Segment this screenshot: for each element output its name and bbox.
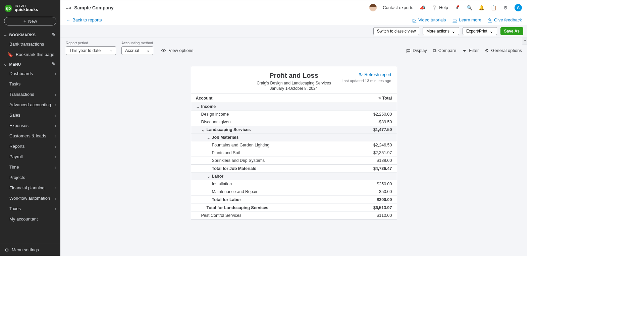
chevron-right-icon: ›: [55, 92, 56, 97]
save-as-button[interactable]: Save As: [500, 27, 523, 35]
row-label: ⌄Income: [196, 104, 365, 109]
table-row[interactable]: Maintenance and Repair$50.00: [191, 188, 397, 196]
table-row[interactable]: ⌄Income: [191, 103, 397, 111]
table-row[interactable]: Discounts given-$89.50: [191, 118, 397, 126]
announcement-icon[interactable]: 📣: [419, 5, 425, 11]
sidebar-item[interactable]: Customers & leads›: [0, 131, 60, 141]
bookmark-this-page[interactable]: 🔖 Bookmark this page: [0, 49, 60, 60]
back-to-reports[interactable]: ← Back to reports: [66, 17, 102, 22]
eye-icon: 👁: [161, 48, 166, 53]
table-row[interactable]: Design income$2,250.00: [191, 111, 397, 118]
chevron-down-icon[interactable]: ⌄: [201, 127, 205, 132]
report-period-label: Report period: [66, 41, 116, 45]
view-options[interactable]: 👁 View options: [161, 48, 193, 55]
user-avatar[interactable]: A: [515, 4, 522, 11]
sidebar: qb INTUIT quickbooks + New ⌄ BOOKMARKS ✎…: [0, 0, 60, 256]
accounting-method-select[interactable]: Accrual: [121, 46, 153, 55]
sidebar-bookmark[interactable]: Bank transactions: [0, 39, 60, 49]
bell-icon[interactable]: 🔔: [478, 5, 484, 11]
gear-icon: ⚙: [5, 248, 9, 252]
chevron-down-icon[interactable]: ⌄: [207, 174, 211, 179]
section-menu[interactable]: ⌄ MENU ✎: [0, 60, 60, 68]
sidebar-item[interactable]: Tasks: [0, 79, 60, 89]
menu-settings[interactable]: ⚙ Menu settings: [0, 244, 60, 256]
sidebar-item[interactable]: Reports›: [0, 141, 60, 151]
sidebar-item[interactable]: Time›: [0, 162, 60, 172]
feedback-icon: ✎: [488, 18, 492, 22]
sidebar-item[interactable]: Expenses›: [0, 120, 60, 131]
table-row[interactable]: Sprinklers and Drip Systems$138.00: [191, 157, 397, 165]
table-row[interactable]: Total for Job Materials$4,736.47: [191, 165, 397, 173]
collapse-controls-tab[interactable]: ⌃: [522, 38, 527, 45]
sidebar-item[interactable]: Transactions›: [0, 89, 60, 100]
topbar: ≡◂ Sample Company Contact experts 📣 ❔ He…: [60, 0, 527, 15]
table-row[interactable]: Pest Control Services$110.00: [191, 212, 397, 219]
sort-icon[interactable]: ⇅: [378, 97, 381, 100]
toolstrip: Switch to classic view More actions⌄ Exp…: [60, 25, 527, 38]
row-label: Sprinklers and Drip Systems: [196, 158, 365, 163]
export-print-button[interactable]: Export/Print⌄: [463, 27, 497, 35]
table-body: ⌄IncomeDesign income$2,250.00Discounts g…: [191, 103, 397, 219]
row-label: Plants and Soil: [196, 150, 365, 155]
table-row[interactable]: ⌄Labor: [191, 173, 397, 180]
apps-icon[interactable]: ⠿: [454, 5, 460, 11]
sidebar-item[interactable]: Payroll›: [0, 151, 60, 162]
help-link[interactable]: ❔ Help: [431, 5, 448, 10]
help-icon: ❔: [431, 5, 437, 10]
refresh-report-link[interactable]: ↻ Refresh report: [359, 72, 391, 77]
sidebar-toggle-icon[interactable]: ≡◂: [66, 5, 71, 10]
pencil-icon[interactable]: ✎: [52, 62, 56, 66]
table-row[interactable]: Total for Labor$300.00: [191, 196, 397, 204]
col-total[interactable]: ⇅ Total: [378, 96, 392, 101]
report-period-select[interactable]: This year to date: [66, 46, 116, 55]
sidebar-item[interactable]: Sales›: [0, 110, 60, 120]
more-actions-button[interactable]: More actions⌄: [423, 27, 459, 35]
pencil-icon[interactable]: ✎: [52, 32, 56, 37]
display-option[interactable]: ▤Display: [406, 48, 427, 53]
row-label: Installation: [196, 182, 365, 186]
search-icon[interactable]: 🔍: [466, 5, 472, 11]
chevron-down-icon[interactable]: ⌄: [207, 135, 211, 140]
table-row[interactable]: ⌄Job Materials: [191, 134, 397, 141]
row-value: $4,736.47: [365, 166, 392, 171]
contact-experts[interactable]: Contact experts: [383, 5, 413, 10]
sidebar-item[interactable]: My accountant: [0, 214, 60, 224]
sidebar-item[interactable]: Dashboards›: [0, 68, 60, 79]
logo[interactable]: qb INTUIT quickbooks: [0, 0, 60, 15]
give-feedback-link[interactable]: ✎Give feedback: [488, 17, 522, 22]
sidebar-item[interactable]: Financial planning›: [0, 183, 60, 193]
report-area: Report period This year to date Accounti…: [60, 38, 527, 256]
table-row[interactable]: Total for Landscaping Services$6,513.97: [191, 204, 397, 212]
table-row[interactable]: ⌄Landscaping Services$1,477.50: [191, 126, 397, 134]
settings-icon[interactable]: ⚙: [502, 5, 508, 11]
main: ≡◂ Sample Company Contact experts 📣 ❔ He…: [60, 0, 527, 256]
filter-option[interactable]: ⏷Filter: [462, 48, 479, 53]
clipboard-icon[interactable]: 📋: [490, 5, 496, 11]
chevron-down-icon[interactable]: ⌄: [196, 104, 200, 109]
chevron-down-icon: ⌄: [489, 29, 493, 34]
table-row[interactable]: Plants and Soil$2,351.97: [191, 149, 397, 157]
arrow-left-icon: ←: [66, 18, 70, 22]
col-account[interactable]: Account: [196, 96, 378, 101]
display-icon: ▤: [406, 48, 411, 53]
expert-avatar-icon: [369, 4, 377, 11]
learn-more-link[interactable]: ▭Learn more: [452, 17, 481, 22]
row-label: Total for Landscaping Services: [196, 205, 365, 210]
table-row[interactable]: Fountains and Garden Lighting$2,246.50: [191, 141, 397, 149]
general-options[interactable]: ⚙General options: [485, 48, 522, 53]
filter-icon: ⏷: [462, 48, 467, 53]
sidebar-item[interactable]: Projects: [0, 172, 60, 183]
section-bookmarks[interactable]: ⌄ BOOKMARKS ✎: [0, 30, 60, 39]
sidebar-item[interactable]: Taxes›: [0, 203, 60, 214]
new-button[interactable]: + New: [4, 17, 56, 25]
book-icon: ▭: [452, 18, 457, 22]
row-value: -$89.50: [365, 120, 392, 124]
sidebar-item[interactable]: Workflow automation›: [0, 193, 60, 203]
chevron-right-icon: ›: [55, 134, 56, 138]
row-label: ⌄Labor: [196, 174, 365, 179]
sidebar-item[interactable]: Advanced accounting›: [0, 100, 60, 110]
table-row[interactable]: Installation$250.00: [191, 180, 397, 188]
switch-classic-button[interactable]: Switch to classic view: [373, 27, 419, 35]
compare-option[interactable]: ⧉Compare: [433, 48, 456, 53]
video-tutorials-link[interactable]: ▷Video tutorials: [413, 17, 446, 22]
